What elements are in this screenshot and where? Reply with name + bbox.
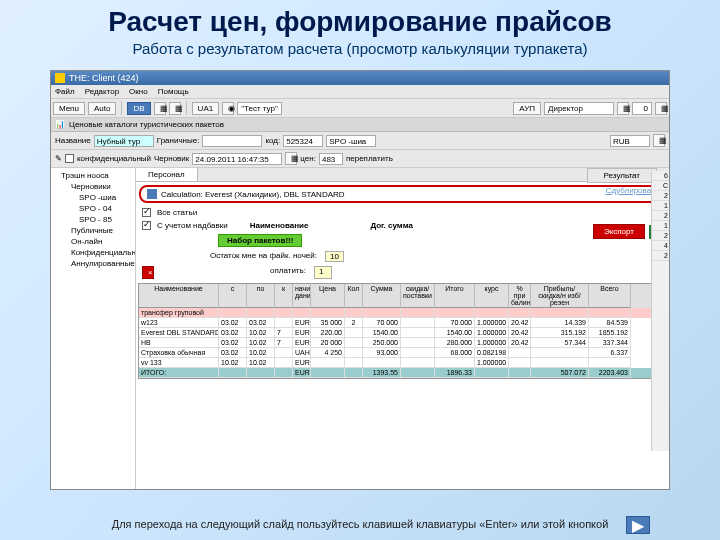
arrow-right-icon: ▶ (632, 516, 644, 535)
grid-header: Наименование с по к начисл. даниоте Цена… (139, 284, 666, 308)
date-field[interactable]: 24.09.2011 16:47:35 (192, 153, 282, 165)
tree-item[interactable]: Публичные (53, 225, 133, 236)
cell (293, 308, 311, 318)
cell: 1855.192 (589, 328, 631, 338)
col-final[interactable]: Всего (589, 284, 631, 308)
menu-editor[interactable]: Редактор (85, 87, 119, 96)
cell: 93.000 (363, 348, 401, 358)
cell (435, 308, 475, 318)
table-row[interactable]: vv 13310.0210.02EUR1.000000 (139, 358, 666, 368)
country-input[interactable] (202, 135, 262, 147)
menu-help[interactable]: Помощь (158, 87, 189, 96)
cell (509, 368, 531, 378)
margin-label: С учетом надбавки (157, 221, 228, 230)
all-items-checkbox[interactable] (142, 208, 151, 217)
cell (345, 358, 363, 368)
margin-checkbox[interactable] (142, 221, 151, 230)
col-cur[interactable]: начисл. даниоте (293, 284, 311, 308)
col-price[interactable]: Цена (311, 284, 345, 308)
nav-icon[interactable]: ▦ (617, 102, 629, 115)
cell: 1.000000 (475, 338, 509, 348)
code-input[interactable]: 525324 (283, 135, 323, 147)
cell: трансфер груповой (139, 308, 219, 318)
cell: 507.072 (531, 368, 589, 378)
col-total[interactable]: Итого (435, 284, 475, 308)
menu-file[interactable]: Файл (55, 87, 75, 96)
menu-window[interactable]: Окно (129, 87, 148, 96)
table-row[interactable]: w12303.0203.02EUR35 000270 00070.0001.00… (139, 318, 666, 328)
table-row[interactable]: Страховка обычная03.0210.02UAH4 25093.00… (139, 348, 666, 358)
cell: UAH (293, 348, 311, 358)
col-pct[interactable]: % при балин (509, 284, 531, 308)
aup-button[interactable]: АУП (513, 102, 541, 115)
menu-button[interactable]: Menu (53, 102, 85, 115)
cell: HB (139, 338, 219, 348)
cell: 6.337 (589, 348, 631, 358)
cell (311, 358, 345, 368)
col-rate[interactable]: курс (475, 284, 509, 308)
tool-icon[interactable]: ▦ (169, 102, 181, 115)
rub-icon[interactable]: ▦ (653, 134, 665, 147)
col-qty[interactable]: Кол (345, 284, 363, 308)
tree-item[interactable]: Черновики (53, 181, 133, 192)
col-from[interactable]: с (219, 284, 247, 308)
cell (589, 358, 631, 368)
auto-button[interactable]: Auto (88, 102, 116, 115)
col-to[interactable]: по (247, 284, 275, 308)
cell: 7 (275, 328, 293, 338)
export-button[interactable]: Экспорт (593, 224, 645, 239)
table-row[interactable]: HB03.0210.027EUR20 000250.000280.0001.00… (139, 338, 666, 348)
select-packages-button[interactable]: Набор пакетов!!! (218, 234, 302, 247)
price-count-label: цен: (300, 154, 316, 163)
cell (363, 358, 401, 368)
remain-value: 10 (325, 251, 344, 262)
tree-root[interactable]: Трэшн нооса (53, 170, 133, 181)
cell (401, 308, 435, 318)
cell (401, 358, 435, 368)
tree-item[interactable]: SPO - 85 (53, 214, 133, 225)
confidential-checkbox[interactable] (65, 154, 74, 163)
cell: 35 000 (311, 318, 345, 328)
close-icon[interactable]: × (142, 266, 154, 279)
name-input[interactable]: Нубный тур (94, 135, 154, 147)
rub-field[interactable]: RUB (610, 135, 650, 147)
tree-item[interactable]: Конфиденциальн (53, 247, 133, 258)
col-disc[interactable]: скидка/поставки (401, 284, 435, 308)
globe-icon[interactable]: ◉ (222, 102, 234, 115)
ua-button[interactable]: UA1 (192, 102, 220, 115)
tab-main[interactable]: Персонал (136, 168, 198, 181)
col-k[interactable]: к (275, 284, 293, 308)
cell: 1540.00 (435, 328, 475, 338)
cell: 1.000000 (475, 328, 509, 338)
date-icon[interactable]: ▦ (285, 152, 297, 165)
tab-result[interactable]: Результат (587, 168, 657, 183)
tree-item[interactable]: Он-лайн (53, 236, 133, 247)
table-row[interactable]: ИТОГО:EUR1393.551896.33507.0722203.403 (139, 368, 666, 378)
tool-icon[interactable]: ▦ (154, 102, 166, 115)
col-profit[interactable]: Прибыль/скидка/н изб/реэен (531, 284, 589, 308)
db-button[interactable]: DB (127, 102, 150, 115)
table-row[interactable]: трансфер груповой (139, 308, 666, 318)
cell: 337.344 (589, 338, 631, 348)
cell (509, 358, 531, 368)
paid-label: оплатить: (270, 266, 306, 279)
cfg-icon[interactable]: ▦ (655, 102, 667, 115)
next-slide-button[interactable]: ▶ (626, 516, 650, 534)
cell: 57.344 (531, 338, 589, 348)
calc-icon (147, 189, 157, 199)
tree-item[interactable]: SPO -шиа (53, 192, 133, 203)
table-row[interactable]: Everest DBL STANDARD03.0210.027EUR220.00… (139, 328, 666, 338)
options-row: Все статьи (136, 206, 669, 219)
col-name[interactable]: Наименование (139, 284, 219, 308)
cell (401, 328, 435, 338)
tree-item[interactable]: SPO - 04 (53, 203, 133, 214)
cell (509, 308, 531, 318)
tree-item[interactable]: Аннулированные (53, 258, 133, 269)
cell: 20.42 (509, 318, 531, 328)
col-sum[interactable]: Сумма (363, 284, 401, 308)
cell: 220.00 (311, 328, 345, 338)
cell: 7 (275, 338, 293, 348)
spo-input[interactable]: SPO -шиа (326, 135, 376, 147)
section-header: 📊 Ценовые каталоги туристических пакетов (51, 118, 669, 132)
edit-icon[interactable]: ✎ (55, 154, 62, 163)
